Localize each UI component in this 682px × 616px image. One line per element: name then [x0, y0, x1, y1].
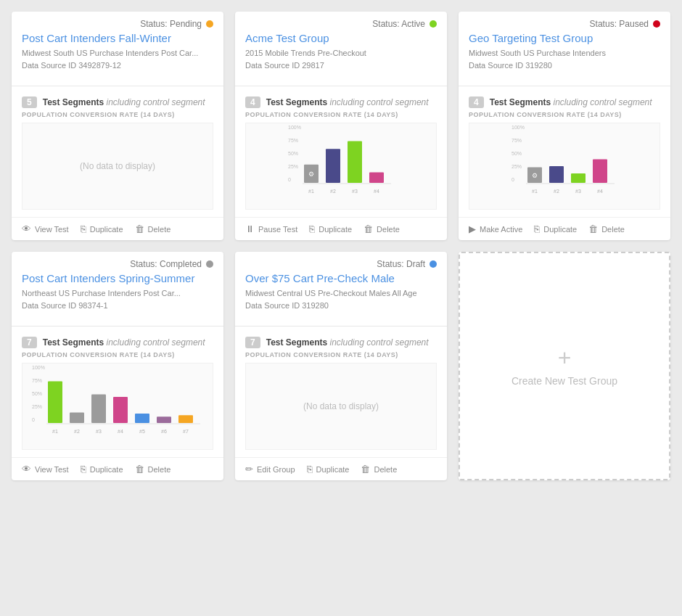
- divider: [12, 326, 223, 327]
- duplicate-btn[interactable]: ⎘Duplicate: [307, 464, 350, 475]
- card-title[interactable]: Post Cart Intenders Spring-Summer: [22, 272, 213, 284]
- card-subtitle: Northeast US Purchase Intenders Post Car…: [22, 287, 213, 311]
- chart-section: POPULATION CONVERSION RATE (14 DAYS)100%…: [12, 351, 223, 457]
- status-label: Status: Pending: [140, 19, 202, 29]
- segments-label: Test Segments: [266, 97, 327, 107]
- action-icon: 🗑: [363, 223, 373, 234]
- divider: [235, 86, 447, 86]
- card-status-header: Status: Pending: [12, 12, 223, 32]
- card-subtitle: 2015 Mobile Trends Pre-CheckoutData Sour…: [245, 47, 437, 71]
- card-subtitle: Midwest Central US Pre-Checkout Males Al…: [245, 287, 437, 311]
- card-title[interactable]: Acme Test Group: [245, 32, 437, 44]
- duplicate-btn[interactable]: ⎘Duplicate: [81, 464, 123, 475]
- pause-test-btn[interactable]: ⏸Pause Test: [245, 223, 297, 234]
- segments-row: 4Test Segments including control segment: [459, 94, 670, 111]
- card-status-header: Status: Paused: [459, 12, 670, 32]
- segments-italic: including control segment: [107, 97, 205, 107]
- status-dot: [430, 20, 437, 28]
- action-label: Make Active: [480, 225, 522, 234]
- segments-badge: 7: [22, 337, 37, 348]
- segments-italic: including control segment: [554, 97, 652, 107]
- svg-text:50%: 50%: [32, 391, 42, 396]
- action-label: Delete: [148, 225, 171, 234]
- svg-text:75%: 75%: [32, 378, 42, 383]
- duplicate-btn[interactable]: ⎘Duplicate: [534, 223, 577, 234]
- card-title[interactable]: Geo Targeting Test Group: [469, 32, 660, 44]
- svg-text:#4: #4: [118, 429, 123, 434]
- segments-row: 7Test Segments including control segment: [12, 334, 223, 351]
- svg-rect-37: [70, 413, 84, 423]
- view-test-btn[interactable]: 👁View Test: [22, 464, 69, 475]
- svg-text:50%: 50%: [288, 151, 298, 156]
- delete-btn[interactable]: 🗑Delete: [135, 223, 171, 234]
- svg-text:#7: #7: [183, 429, 189, 434]
- svg-text:100%: 100%: [512, 125, 525, 130]
- svg-text:25%: 25%: [288, 164, 298, 169]
- segments-label: Test Segments: [490, 97, 551, 107]
- svg-rect-8: [326, 149, 340, 183]
- create-new-card[interactable]: + Create New Test Group: [459, 252, 670, 480]
- chart-title: POPULATION CONVERSION RATE (14 DAYS): [245, 351, 437, 358]
- card-title[interactable]: Post Cart Intenders Fall-Winter: [22, 32, 213, 44]
- action-label: Edit Group: [257, 465, 295, 474]
- duplicate-btn[interactable]: ⎘Duplicate: [81, 223, 123, 234]
- status-dot: [653, 20, 660, 28]
- chart-title: POPULATION CONVERSION RATE (14 DAYS): [22, 351, 213, 358]
- duplicate-btn[interactable]: ⎘Duplicate: [309, 223, 352, 234]
- svg-text:⚙: ⚙: [532, 172, 538, 179]
- svg-text:#1: #1: [52, 429, 58, 434]
- delete-btn[interactable]: 🗑Delete: [135, 464, 171, 475]
- make-active-btn[interactable]: ▶Make Active: [469, 223, 522, 234]
- delete-btn[interactable]: 🗑Delete: [361, 464, 397, 475]
- card-body: Geo Targeting Test GroupMidwest South US…: [459, 32, 670, 78]
- delete-btn[interactable]: 🗑Delete: [588, 223, 625, 234]
- status-label: Status: Completed: [130, 259, 202, 269]
- status-label: Status: Paused: [590, 19, 649, 29]
- svg-text:⚙: ⚙: [308, 171, 314, 178]
- action-label: Delete: [148, 465, 171, 474]
- test-group-card-1: Status: PendingPost Cart Intenders Fall-…: [12, 12, 223, 240]
- action-label: Duplicate: [543, 225, 577, 234]
- svg-rect-43: [135, 414, 149, 423]
- segments-badge: 4: [245, 96, 260, 108]
- no-data-label: (No data to display): [22, 123, 213, 209]
- test-group-card-3: Status: PausedGeo Targeting Test GroupMi…: [459, 12, 670, 240]
- action-icon: 🗑: [135, 464, 144, 475]
- card-status-header: Status: Active: [235, 12, 447, 32]
- action-label: Delete: [374, 465, 397, 474]
- divider: [12, 86, 223, 86]
- card-subtitle: Midwest South US Purchase Intenders Post…: [22, 47, 213, 71]
- delete-btn[interactable]: 🗑Delete: [363, 223, 400, 234]
- action-label: Duplicate: [319, 225, 352, 234]
- action-icon: ⎘: [81, 464, 86, 475]
- svg-text:75%: 75%: [512, 138, 522, 143]
- chart-title: POPULATION CONVERSION RATE (14 DAYS): [245, 111, 437, 118]
- svg-rect-41: [113, 397, 128, 423]
- segments-italic: including control segment: [330, 97, 429, 107]
- bar-chart-svg: 100%75%50%25%0⚙#1#2#3#4: [246, 123, 436, 203]
- action-icon: ⎘: [309, 223, 315, 234]
- card-title[interactable]: Over $75 Cart Pre-Check Male: [245, 272, 437, 284]
- svg-text:#2: #2: [330, 189, 336, 194]
- segments-label: Test Segments: [43, 97, 104, 107]
- card-body: Post Cart Intenders Spring-SummerNorthea…: [12, 272, 223, 319]
- divider: [459, 86, 670, 86]
- segments-row: 4Test Segments including control segment: [235, 94, 447, 111]
- view-test-btn[interactable]: 👁View Test: [22, 223, 69, 234]
- svg-text:#4: #4: [597, 189, 603, 194]
- action-label: Duplicate: [90, 225, 123, 234]
- divider: [235, 326, 447, 327]
- svg-text:#1: #1: [532, 189, 538, 194]
- card-subtitle: Midwest South US Purchase IntendersData …: [469, 47, 660, 71]
- svg-text:#3: #3: [352, 189, 358, 194]
- action-icon: ▶: [469, 223, 476, 234]
- svg-text:100%: 100%: [32, 365, 45, 370]
- chart-section: POPULATION CONVERSION RATE (14 DAYS)100%…: [459, 111, 670, 217]
- svg-rect-47: [178, 415, 193, 423]
- test-group-card-2: Status: ActiveAcme Test Group2015 Mobile…: [235, 12, 447, 240]
- svg-text:#3: #3: [96, 429, 102, 434]
- svg-rect-23: [549, 166, 564, 183]
- edit-group-btn[interactable]: ✏Edit Group: [245, 464, 295, 475]
- svg-text:#2: #2: [554, 189, 559, 194]
- svg-text:100%: 100%: [288, 125, 301, 130]
